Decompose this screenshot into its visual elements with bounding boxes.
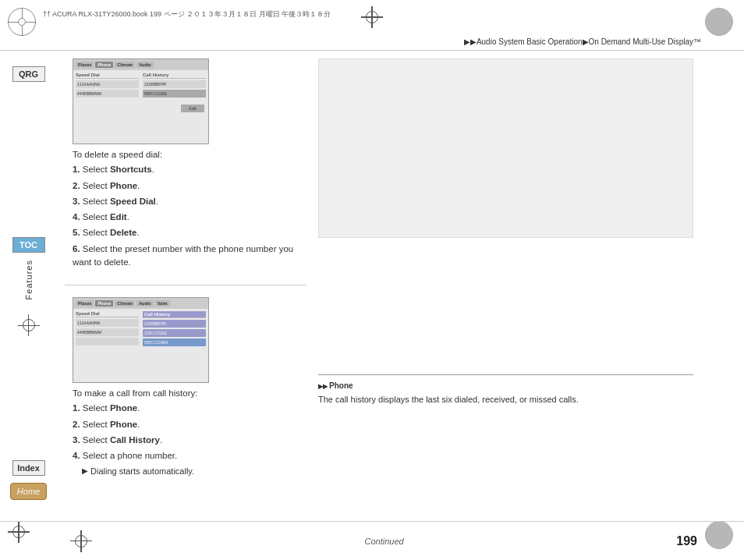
tab2-phone: Phone [95, 300, 113, 307]
step2-4: 4. Select a phone number. [73, 449, 306, 463]
info-box-text: The call history displays the last six d… [318, 393, 693, 406]
continued-text: Continued [365, 537, 404, 546]
section-divider [65, 285, 306, 285]
main-content: Places Phone Climate Audio Speed Dial 11… [57, 51, 701, 521]
screen-mockup-2: Places Phone Climate Audio Valet Speed D… [73, 297, 209, 383]
qrg-badge[interactable]: QRG [12, 66, 45, 82]
left-sidebar: QRG TOC Features Index Home [0, 51, 57, 521]
step2-1: 1. Select Phone. [73, 402, 306, 415]
home-badge[interactable]: Home [10, 483, 47, 500]
tab2-valet: Valet [155, 300, 170, 307]
bottom-center-crosshair [70, 530, 92, 552]
tab2-climate: Climate [115, 300, 135, 307]
step1-4: 4. Select Edit. [73, 211, 306, 224]
index-badge[interactable]: Index [12, 460, 45, 476]
right-column: Phone The call history displays the last… [318, 58, 693, 513]
right-placeholder-image [318, 58, 693, 238]
info-box-title: Phone [318, 381, 693, 390]
step1-5: 5. Select Delete. [73, 226, 306, 239]
features-label: Features [24, 260, 34, 299]
left-column: Places Phone Climate Audio Speed Dial 11… [65, 58, 306, 513]
tab-places: Places [76, 62, 94, 68]
tab2-audio: Audio [136, 300, 154, 307]
toc-badge[interactable]: TOC [12, 237, 45, 253]
section2-intro: To make a call from call history: [73, 387, 306, 400]
breadcrumb: ▶▶Audio System Basic Operation▶On Demand… [464, 37, 701, 46]
top-center-crosshair [361, 6, 383, 28]
info-box: Phone The call history displays the last… [318, 374, 693, 406]
step1-2: 2. Select Phone. [73, 179, 306, 193]
section1-intro: To delete a speed dial: [73, 148, 306, 161]
step1-3: 3. Select Speed Dial. [73, 195, 306, 208]
section1-instructions: To delete a speed dial: 1. Select Shortc… [73, 148, 306, 269]
step2-2: 2. Select Phone. [73, 418, 306, 431]
screen-mockup-1: Places Phone Climate Audio Speed Dial 11… [73, 58, 209, 144]
page-header: †† ACURA RLX-31TY26000.book 199 ページ ２０１３… [0, 0, 744, 51]
tab2-places: Places [76, 300, 94, 307]
section2-instructions: To make a call from call history: 1. Sel… [73, 387, 306, 478]
page-number: 199 [676, 534, 697, 548]
page-footer: Continued 199 [0, 521, 744, 560]
tab-climate: Climate [115, 62, 135, 68]
step2-4-sub: ▶Dialing starts automatically. [82, 465, 306, 478]
sidebar-crosshair [18, 314, 40, 336]
step1-1: 1. Select Shortcuts. [73, 163, 306, 176]
tab-phone: Phone [95, 62, 113, 68]
tab-audio: Audio [136, 62, 154, 68]
step2-3: 3. Select Call History. [73, 434, 306, 447]
step1-6: 6. Select the preset number with the pho… [73, 243, 306, 270]
file-info: †† ACURA RLX-31TY26000.book 199 ページ ２０１３… [43, 9, 331, 19]
